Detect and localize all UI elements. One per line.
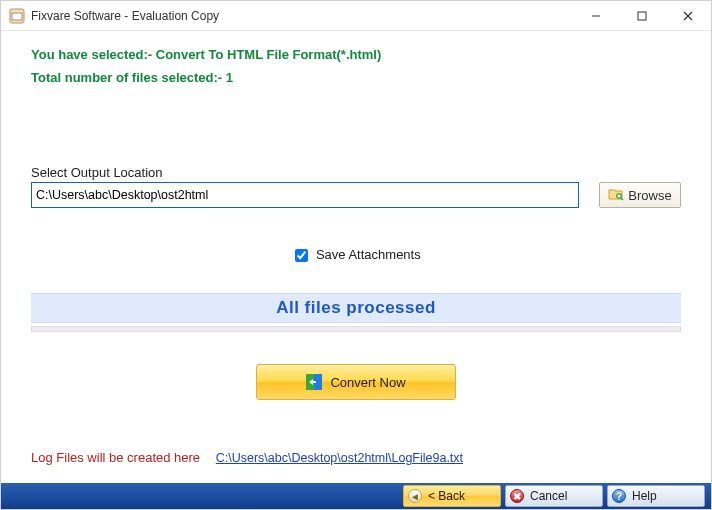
content-area: You have selected:- Convert To HTML File… <box>1 31 711 465</box>
app-window: Fixvare Software - Evaluation Copy You h… <box>0 0 712 510</box>
back-label: < Back <box>428 489 500 503</box>
save-attachments-label: Save Attachments <box>316 247 421 262</box>
progress-bar <box>31 326 681 332</box>
footer: ◄ < Back ✖ Cancel ? Help <box>1 483 711 509</box>
help-label: Help <box>632 489 704 503</box>
convert-now-button[interactable]: Convert Now <box>256 364 456 400</box>
file-count-info: Total number of files selected:- 1 <box>31 70 681 85</box>
convert-arrow-icon <box>306 374 322 390</box>
convert-label: Convert Now <box>330 375 405 390</box>
output-row: Browse <box>31 182 681 208</box>
output-path-input[interactable] <box>31 182 579 208</box>
save-attachments-row: Save Attachments <box>31 246 681 265</box>
save-attachments-option[interactable]: Save Attachments <box>291 247 420 262</box>
browse-label: Browse <box>628 188 671 203</box>
save-attachments-checkbox[interactable] <box>295 249 308 262</box>
back-arrow-icon: ◄ <box>408 489 422 503</box>
help-button[interactable]: ? Help <box>607 485 705 507</box>
window-title: Fixvare Software - Evaluation Copy <box>31 9 573 23</box>
selection-info: You have selected:- Convert To HTML File… <box>31 47 681 62</box>
close-button[interactable] <box>665 1 711 30</box>
output-location-label: Select Output Location <box>31 165 681 180</box>
log-label: Log Files will be created here <box>31 450 200 465</box>
cancel-icon: ✖ <box>510 489 524 503</box>
svg-rect-1 <box>12 13 22 20</box>
maximize-button[interactable] <box>619 1 665 30</box>
app-icon <box>9 8 25 24</box>
cancel-label: Cancel <box>530 489 602 503</box>
cancel-button[interactable]: ✖ Cancel <box>505 485 603 507</box>
help-icon: ? <box>612 489 626 503</box>
folder-search-icon <box>608 187 624 204</box>
browse-button[interactable]: Browse <box>599 182 681 208</box>
minimize-button[interactable] <box>573 1 619 30</box>
log-row: Log Files will be created here C:\Users\… <box>31 450 681 465</box>
svg-line-7 <box>621 197 623 199</box>
log-file-link[interactable]: C:\Users\abc\Desktop\ost2html\LogFile9a.… <box>216 451 463 465</box>
svg-rect-3 <box>638 12 646 20</box>
back-button[interactable]: ◄ < Back <box>403 485 501 507</box>
status-text: All files processed <box>31 293 681 323</box>
convert-row: Convert Now <box>31 364 681 400</box>
window-controls <box>573 1 711 30</box>
titlebar: Fixvare Software - Evaluation Copy <box>1 1 711 31</box>
